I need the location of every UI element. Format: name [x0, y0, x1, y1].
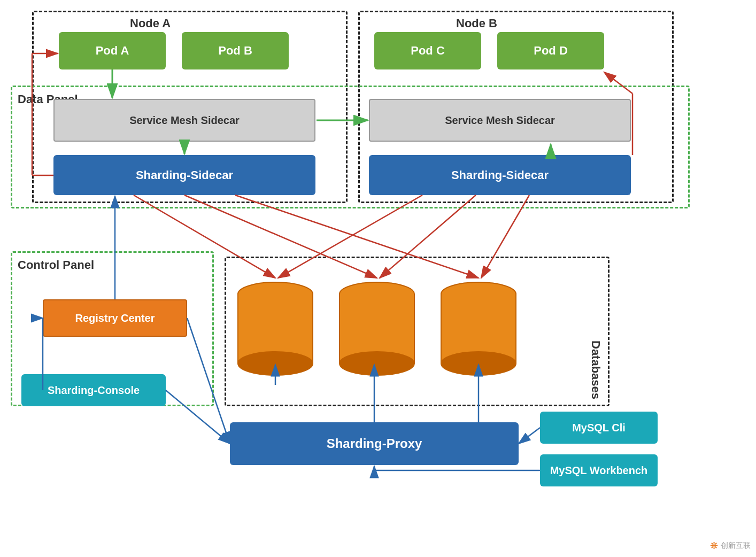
sharding-proxy-label: Sharding-Proxy	[327, 436, 422, 451]
svg-line-43	[519, 428, 540, 444]
node-a-label: Node A	[130, 17, 171, 30]
sharding-sidecar-right-label: Sharding-Sidecar	[451, 168, 549, 182]
pod-a-box: Pod A	[59, 32, 166, 69]
mysql-cli-label: MySQL Cli	[572, 422, 626, 434]
sharding-sidecar-right-box: Sharding-Sidecar	[369, 155, 631, 195]
svg-point-2	[238, 352, 313, 375]
pod-d-box: Pod D	[497, 32, 604, 69]
pod-b-box: Pod B	[182, 32, 289, 69]
mysql-workbench-label: MySQL Workbench	[550, 465, 648, 477]
mysql-cli-box: MySQL Cli	[540, 412, 658, 444]
brand-label: 创新互联	[721, 541, 751, 551]
sharding-console-box: Sharding-Console	[21, 374, 166, 406]
mysql-workbench-box: MySQL Workbench	[540, 454, 658, 486]
svg-point-12	[441, 352, 516, 375]
registry-center-box: Registry Center	[43, 299, 187, 337]
databases-label: Databases	[589, 341, 603, 399]
svg-point-7	[340, 352, 414, 375]
sharding-sidecar-left-label: Sharding-Sidecar	[136, 168, 233, 182]
sharding-proxy-box: Sharding-Proxy	[230, 422, 519, 465]
database-1	[233, 278, 318, 385]
pod-c-label: Pod C	[411, 44, 445, 58]
database-2	[334, 278, 420, 385]
sidecar-right-box: Service Mesh Sidecar	[369, 99, 631, 142]
sidecar-right-label: Service Mesh Sidecar	[445, 114, 555, 127]
pod-c-box: Pod C	[374, 32, 481, 69]
sharding-console-label: Sharding-Console	[48, 384, 140, 397]
sidecar-left-box: Service Mesh Sidecar	[53, 99, 315, 142]
pod-b-label: Pod B	[218, 44, 252, 58]
sidecar-left-label: Service Mesh Sidecar	[129, 114, 240, 127]
pod-d-label: Pod D	[534, 44, 568, 58]
brand-watermark: ❋ 创新互联	[710, 540, 751, 552]
diagram: { "nodes": { "node_a_label": "Node A", "…	[0, 0, 756, 557]
control-panel-label: Control Panel	[18, 258, 94, 272]
node-b-label: Node B	[456, 17, 497, 30]
registry-center-label: Registry Center	[75, 312, 155, 324]
database-3	[436, 278, 521, 385]
sharding-sidecar-left-box: Sharding-Sidecar	[53, 155, 315, 195]
pod-a-label: Pod A	[96, 44, 129, 58]
